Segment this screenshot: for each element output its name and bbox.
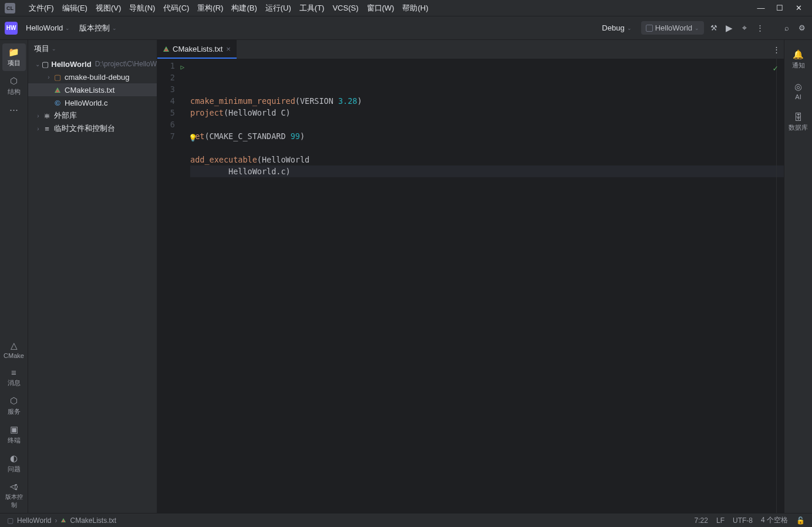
project-header[interactable]: 项目 ⌄ [28, 40, 157, 58]
toolstrip-project[interactable]: 📁项目 [2, 43, 26, 71]
menubar: CL 文件(F) 编辑(E) 视图(V) 导航(N) 代码(C) 重构(R) 构… [0, 0, 812, 16]
chevron-down-icon: ⌄ [52, 46, 56, 52]
menu-navigate[interactable]: 导航(N) [125, 3, 159, 13]
folder-icon: ▢ [41, 60, 49, 69]
tree-external-libs[interactable]: › ⛯ 外部库 [28, 109, 157, 122]
c-file-icon: © [53, 99, 62, 107]
menu-run[interactable]: 运行(U) [261, 3, 295, 13]
tab-menu-icon[interactable]: ⋮ [769, 40, 784, 59]
tree-path: D:\project\C\HelloWorld [95, 60, 157, 68]
tree-file-cmake[interactable]: CMakeLists.txt [28, 83, 157, 96]
settings-icon[interactable]: ⚙ [797, 23, 807, 32]
close-icon[interactable]: × [226, 45, 231, 53]
tree-label: HelloWorld [51, 60, 91, 69]
project-tree: ⌄ ▢ HelloWorld D:\project\C\HelloWorld ›… [28, 58, 157, 513]
toolstrip-cmake[interactable]: △CMake [2, 337, 26, 363]
toolstrip-label: 消息 [8, 379, 21, 386]
folder-icon: 📁 [4, 47, 25, 58]
breadcrumb-item[interactable]: CMakeLists.txt [70, 516, 116, 525]
toolstrip-notifications[interactable]: 🔔通知 [787, 46, 810, 73]
build-config-dropdown[interactable]: Debug⌄ [597, 21, 636, 35]
right-toolstrip: 🔔通知 ◎AI 🗄数据库 [784, 40, 812, 513]
maximize-button[interactable]: ☐ [776, 4, 784, 12]
vcs-icon: ⏿ [4, 482, 25, 492]
code-content[interactable]: cmake_minimum_required(VERSION 3.28)proj… [186, 59, 784, 513]
project-panel: 项目 ⌄ ⌄ ▢ HelloWorld D:\project\C\HelloWo… [28, 40, 157, 513]
tree-root[interactable]: ⌄ ▢ HelloWorld D:\project\C\HelloWorld [28, 58, 157, 70]
toolstrip-label: 终端 [8, 437, 21, 444]
status-encoding[interactable]: UTF-8 [733, 516, 753, 525]
chevron-right-icon[interactable]: › [34, 126, 42, 132]
debug-label: Debug [602, 23, 624, 32]
debug-bug-icon[interactable]: ⌖ [739, 23, 750, 33]
code-editor[interactable]: 1▷234567💡 cmake_minimum_required(VERSION… [157, 59, 784, 513]
chevron-right-icon[interactable]: › [45, 74, 53, 80]
toolstrip-label: 服务 [8, 408, 21, 415]
chevron-down-icon[interactable]: ⌄ [34, 61, 41, 67]
editor-tab[interactable]: CMakeLists.txt × [157, 40, 237, 59]
hammer-icon[interactable]: ⚒ [709, 23, 719, 32]
tree-scratches[interactable]: › ≡ 临时文件和控制台 [28, 122, 157, 135]
vcs-dropdown[interactable]: 版本控制⌄ [75, 21, 122, 36]
status-line-separator[interactable]: LF [716, 516, 725, 525]
menu-edit[interactable]: 编辑(E) [58, 3, 92, 13]
gutter: 1▷234567💡 [157, 59, 186, 513]
toolstrip-services[interactable]: ⬡服务 [2, 392, 26, 420]
menu-file[interactable]: 文件(F) [25, 3, 58, 13]
chevron-down-icon: ⌄ [65, 25, 70, 31]
run-icon[interactable]: ▶ [724, 23, 734, 33]
tree-folder[interactable]: › ▢ cmake-build-debug [28, 70, 157, 83]
editor-tabs: CMakeLists.txt × ⋮ [157, 40, 784, 59]
status-position[interactable]: 7:22 [695, 516, 708, 525]
more-icon: ⋯ [4, 104, 25, 115]
terminal-icon: ▣ [4, 424, 25, 435]
folder-icon: ▢ [53, 73, 62, 82]
toolstrip-problems[interactable]: ◐问题 [2, 450, 26, 477]
window-controls: — ☐ ✕ [757, 4, 807, 12]
services-icon: ⬡ [4, 396, 25, 406]
menu-code[interactable]: 代码(C) [159, 3, 193, 13]
project-dropdown[interactable]: HelloWorld⌄ [21, 21, 75, 35]
toolstrip-label: 项目 [8, 59, 21, 66]
toolstrip-more[interactable]: ⋯ [2, 101, 26, 120]
cmake-icon [163, 45, 169, 53]
menu-help[interactable]: 帮助(H) [398, 3, 432, 13]
more-icon[interactable]: ⋮ [754, 23, 765, 32]
menu-window[interactable]: 窗口(W) [363, 3, 399, 13]
toolstrip-structure[interactable]: ⬡结构 [2, 72, 26, 100]
toolstrip-ai[interactable]: ◎AI [787, 78, 810, 104]
messages-icon: ≡ [4, 367, 25, 377]
run-config-dropdown[interactable]: HelloWorld⌄ [641, 21, 704, 35]
search-icon[interactable]: ⌕ [781, 23, 792, 32]
menu-view[interactable]: 视图(V) [92, 3, 125, 13]
toolstrip-database[interactable]: 🗄数据库 [787, 109, 810, 136]
chevron-right-icon[interactable]: › [34, 113, 42, 119]
tree-file-c[interactable]: © HelloWorld.c [28, 96, 157, 109]
minimize-button[interactable]: — [757, 4, 765, 12]
breadcrumb-bar: ▢ HelloWorld › CMakeLists.txt 7:22 LF UT… [0, 513, 812, 527]
toolstrip-vcs[interactable]: ⏿版本控制 [2, 478, 26, 513]
chevron-down-icon: ⌄ [627, 25, 632, 31]
menu-tools[interactable]: 工具(T) [295, 3, 329, 13]
menu-build[interactable]: 构建(B) [227, 3, 261, 13]
structure-icon: ⬡ [4, 76, 25, 86]
problems-icon: ◐ [4, 453, 25, 464]
tree-label: cmake-build-debug [65, 73, 130, 82]
check-icon[interactable]: ✓ [773, 62, 778, 74]
status-indent[interactable]: 4 个空格 [761, 515, 788, 525]
tree-label: 外部库 [54, 110, 77, 121]
target-icon [646, 25, 653, 32]
breadcrumb-item[interactable]: HelloWorld [17, 516, 51, 525]
toolstrip-messages[interactable]: ≡消息 [2, 364, 26, 391]
menu-vcs[interactable]: VCS(S) [328, 4, 362, 12]
close-button[interactable]: ✕ [794, 4, 803, 12]
tab-label: CMakeLists.txt [173, 45, 223, 53]
toolstrip-label: AI [795, 93, 801, 100]
tree-label: CMakeLists.txt [65, 86, 114, 94]
toolbar: HW HelloWorld⌄ 版本控制⌄ Debug⌄ HelloWorld⌄ … [0, 16, 812, 40]
bell-icon: 🔔 [788, 49, 809, 60]
lock-icon[interactable]: 🔓 [796, 516, 805, 525]
toolstrip-terminal[interactable]: ▣终端 [2, 421, 26, 448]
toolstrip-label: 版本控制 [5, 494, 23, 508]
menu-refactor[interactable]: 重构(R) [193, 3, 227, 13]
